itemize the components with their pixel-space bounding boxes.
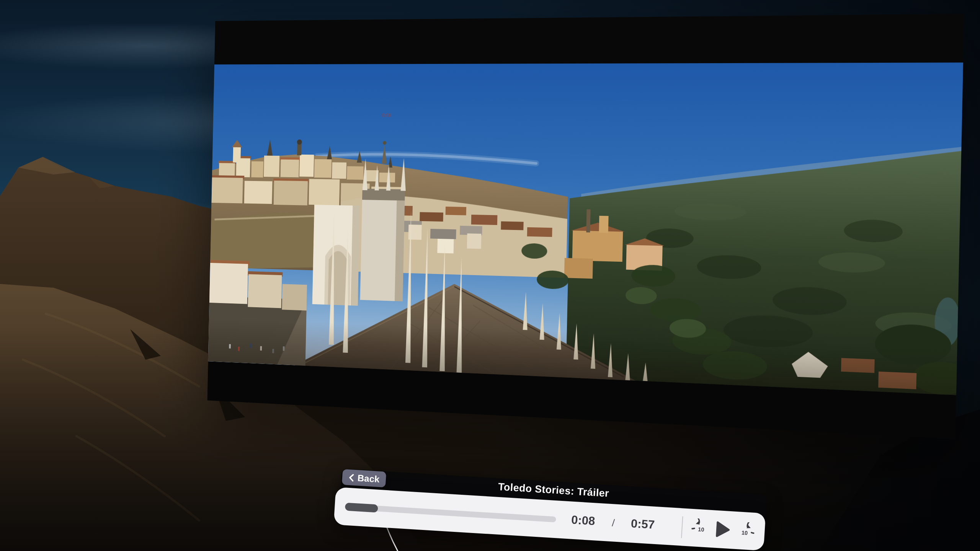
play-button[interactable]: [715, 521, 730, 538]
video-player-window: 0:08: [207, 14, 964, 439]
skip-forward-10-icon: 10: [735, 522, 755, 543]
skip-forward-10-button[interactable]: 10: [735, 522, 755, 543]
letterbox-top: [214, 14, 964, 64]
time-duration: 0:57: [622, 516, 663, 532]
skip-back-10-button[interactable]: 10: [691, 518, 711, 539]
skip-back-10-icon: 10: [691, 518, 711, 539]
back-button[interactable]: Back: [342, 469, 387, 487]
divider: [681, 516, 683, 538]
video-content: 0:08: [208, 62, 963, 395]
scrubber-fill[interactable]: [345, 502, 378, 512]
scrubber-track[interactable]: [345, 504, 556, 522]
time-separator: /: [604, 517, 622, 530]
video-inset-timestamp: 0:08: [382, 112, 391, 118]
back-button-label: Back: [357, 473, 380, 484]
video-frame[interactable]: 0:08: [208, 62, 963, 395]
time-elapsed: 0:08: [563, 512, 603, 528]
svg-text:10: 10: [698, 526, 704, 533]
chevron-left-icon: [348, 473, 354, 482]
play-icon: [715, 521, 730, 538]
svg-text:10: 10: [742, 530, 748, 536]
